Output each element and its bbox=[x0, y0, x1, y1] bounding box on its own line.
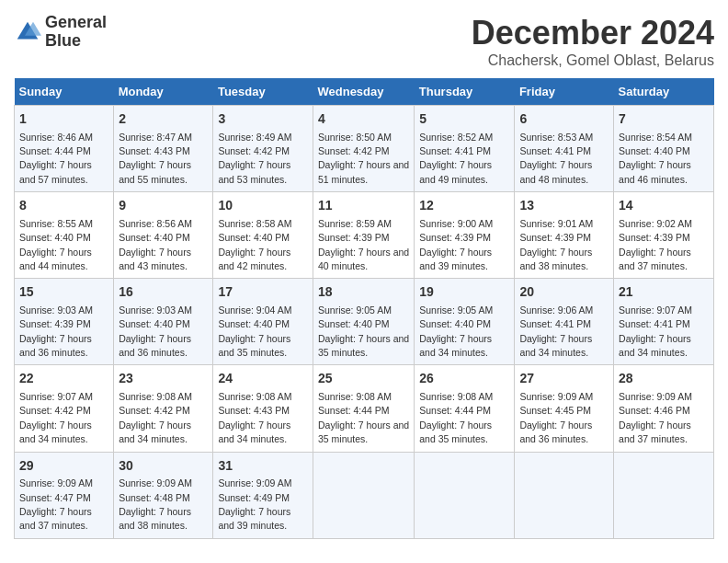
day-info: Sunrise: 8:56 AMSunset: 4:40 PMDaylight:… bbox=[119, 218, 192, 271]
day-number: 24 bbox=[218, 370, 308, 388]
day-cell: 24 Sunrise: 9:08 AMSunset: 4:43 PMDaylig… bbox=[213, 365, 313, 452]
day-number: 15 bbox=[19, 283, 108, 302]
day-cell: 28 Sunrise: 9:09 AMSunset: 4:46 PMDaylig… bbox=[614, 365, 714, 452]
day-info: Sunrise: 8:54 AMSunset: 4:40 PMDaylight:… bbox=[619, 132, 692, 185]
day-info: Sunrise: 9:02 AMSunset: 4:39 PMDaylight:… bbox=[619, 218, 692, 271]
day-info: Sunrise: 8:55 AMSunset: 4:40 PMDaylight:… bbox=[19, 218, 93, 271]
header-monday: Monday bbox=[114, 78, 213, 106]
day-number: 4 bbox=[318, 110, 409, 129]
day-cell: 31 Sunrise: 9:09 AMSunset: 4:49 PMDaylig… bbox=[213, 452, 313, 538]
day-number: 19 bbox=[419, 283, 509, 302]
logo-line2: Blue bbox=[45, 32, 107, 51]
calendar-table: SundayMondayTuesdayWednesdayThursdayFrid… bbox=[14, 78, 714, 539]
day-number: 16 bbox=[119, 283, 208, 302]
day-info: Sunrise: 8:50 AMSunset: 4:42 PMDaylight:… bbox=[318, 132, 409, 185]
day-cell: 3 Sunrise: 8:49 AMSunset: 4:42 PMDayligh… bbox=[213, 106, 313, 192]
day-cell bbox=[313, 452, 414, 538]
day-number: 10 bbox=[218, 197, 308, 215]
day-number: 14 bbox=[619, 197, 709, 215]
day-cell: 10 Sunrise: 8:58 AMSunset: 4:40 PMDaylig… bbox=[213, 192, 313, 279]
day-info: Sunrise: 9:03 AMSunset: 4:39 PMDaylight:… bbox=[19, 304, 93, 358]
page-header: General Blue December 2024 Chachersk, Go… bbox=[14, 14, 714, 69]
header-tuesday: Tuesday bbox=[213, 78, 313, 106]
day-cell: 18 Sunrise: 9:05 AMSunset: 4:40 PMDaylig… bbox=[313, 279, 414, 365]
day-info: Sunrise: 9:04 AMSunset: 4:40 PMDaylight:… bbox=[218, 304, 291, 358]
day-number: 11 bbox=[318, 197, 409, 215]
day-info: Sunrise: 8:49 AMSunset: 4:42 PMDaylight:… bbox=[218, 132, 291, 185]
day-number: 23 bbox=[119, 370, 208, 388]
week-row-2: 8 Sunrise: 8:55 AMSunset: 4:40 PMDayligh… bbox=[15, 192, 714, 279]
day-info: Sunrise: 9:09 AMSunset: 4:48 PMDaylight:… bbox=[119, 477, 192, 531]
day-cell: 13 Sunrise: 9:01 AMSunset: 4:39 PMDaylig… bbox=[515, 192, 614, 279]
day-cell: 4 Sunrise: 8:50 AMSunset: 4:42 PMDayligh… bbox=[313, 106, 414, 192]
day-cell: 16 Sunrise: 9:03 AMSunset: 4:40 PMDaylig… bbox=[114, 279, 213, 365]
day-cell: 23 Sunrise: 9:08 AMSunset: 4:42 PMDaylig… bbox=[114, 365, 213, 452]
day-number: 29 bbox=[19, 457, 108, 476]
day-number: 18 bbox=[318, 283, 409, 302]
day-cell: 20 Sunrise: 9:06 AMSunset: 4:41 PMDaylig… bbox=[515, 279, 614, 365]
calendar-header-row: SundayMondayTuesdayWednesdayThursdayFrid… bbox=[15, 78, 714, 106]
logo-icon bbox=[14, 18, 41, 46]
day-number: 26 bbox=[419, 370, 509, 388]
day-cell: 7 Sunrise: 8:54 AMSunset: 4:40 PMDayligh… bbox=[614, 106, 714, 192]
day-number: 30 bbox=[119, 457, 208, 476]
week-row-3: 15 Sunrise: 9:03 AMSunset: 4:39 PMDaylig… bbox=[15, 279, 714, 365]
day-number: 31 bbox=[218, 457, 308, 476]
day-cell bbox=[515, 452, 614, 538]
header-thursday: Thursday bbox=[415, 78, 515, 106]
day-number: 13 bbox=[519, 197, 609, 215]
header-friday: Friday bbox=[515, 78, 614, 106]
day-info: Sunrise: 9:08 AMSunset: 4:42 PMDaylight:… bbox=[119, 391, 192, 444]
day-cell: 1 Sunrise: 8:46 AMSunset: 4:44 PMDayligh… bbox=[15, 106, 114, 192]
day-cell: 15 Sunrise: 9:03 AMSunset: 4:39 PMDaylig… bbox=[15, 279, 114, 365]
month-title: December 2024 bbox=[472, 14, 714, 52]
day-number: 21 bbox=[619, 283, 709, 302]
title-block: December 2024 Chachersk, Gomel Oblast, B… bbox=[472, 14, 714, 69]
day-number: 1 bbox=[19, 110, 108, 129]
day-cell: 22 Sunrise: 9:07 AMSunset: 4:42 PMDaylig… bbox=[15, 365, 114, 452]
day-info: Sunrise: 9:03 AMSunset: 4:40 PMDaylight:… bbox=[119, 304, 192, 358]
day-cell bbox=[415, 452, 515, 538]
day-info: Sunrise: 9:07 AMSunset: 4:41 PMDaylight:… bbox=[619, 304, 692, 358]
day-cell: 6 Sunrise: 8:53 AMSunset: 4:41 PMDayligh… bbox=[515, 106, 614, 192]
week-row-4: 22 Sunrise: 9:07 AMSunset: 4:42 PMDaylig… bbox=[15, 365, 714, 452]
day-info: Sunrise: 9:08 AMSunset: 4:43 PMDaylight:… bbox=[218, 391, 291, 444]
day-info: Sunrise: 8:52 AMSunset: 4:41 PMDaylight:… bbox=[419, 132, 493, 185]
day-number: 6 bbox=[519, 110, 609, 129]
day-number: 22 bbox=[19, 370, 108, 388]
day-cell bbox=[614, 452, 714, 538]
location: Chachersk, Gomel Oblast, Belarus bbox=[472, 52, 714, 69]
day-number: 3 bbox=[218, 110, 308, 129]
day-info: Sunrise: 9:05 AMSunset: 4:40 PMDaylight:… bbox=[419, 304, 493, 358]
day-cell: 17 Sunrise: 9:04 AMSunset: 4:40 PMDaylig… bbox=[213, 279, 313, 365]
logo: General Blue bbox=[14, 14, 107, 51]
week-row-5: 29 Sunrise: 9:09 AMSunset: 4:47 PMDaylig… bbox=[15, 452, 714, 538]
header-sunday: Sunday bbox=[15, 78, 114, 106]
header-wednesday: Wednesday bbox=[313, 78, 414, 106]
week-row-1: 1 Sunrise: 8:46 AMSunset: 4:44 PMDayligh… bbox=[15, 106, 714, 192]
day-info: Sunrise: 9:09 AMSunset: 4:46 PMDaylight:… bbox=[619, 391, 692, 444]
day-number: 27 bbox=[519, 370, 609, 388]
day-info: Sunrise: 9:09 AMSunset: 4:49 PMDaylight:… bbox=[218, 477, 291, 531]
day-number: 25 bbox=[318, 370, 409, 388]
day-info: Sunrise: 8:58 AMSunset: 4:40 PMDaylight:… bbox=[218, 218, 291, 271]
day-info: Sunrise: 9:00 AMSunset: 4:39 PMDaylight:… bbox=[419, 218, 493, 271]
day-info: Sunrise: 9:06 AMSunset: 4:41 PMDaylight:… bbox=[519, 304, 593, 358]
day-info: Sunrise: 9:09 AMSunset: 4:45 PMDaylight:… bbox=[519, 391, 593, 444]
logo-line1: General bbox=[45, 14, 107, 32]
day-number: 7 bbox=[619, 110, 709, 129]
day-number: 2 bbox=[119, 110, 208, 129]
day-number: 28 bbox=[619, 370, 709, 388]
day-number: 9 bbox=[119, 197, 208, 215]
day-cell: 30 Sunrise: 9:09 AMSunset: 4:48 PMDaylig… bbox=[114, 452, 213, 538]
day-cell: 2 Sunrise: 8:47 AMSunset: 4:43 PMDayligh… bbox=[114, 106, 213, 192]
day-cell: 12 Sunrise: 9:00 AMSunset: 4:39 PMDaylig… bbox=[415, 192, 515, 279]
day-cell: 9 Sunrise: 8:56 AMSunset: 4:40 PMDayligh… bbox=[114, 192, 213, 279]
day-cell: 5 Sunrise: 8:52 AMSunset: 4:41 PMDayligh… bbox=[415, 106, 515, 192]
header-saturday: Saturday bbox=[614, 78, 714, 106]
day-number: 8 bbox=[19, 197, 108, 215]
day-number: 5 bbox=[419, 110, 509, 129]
logo-text: General Blue bbox=[45, 14, 107, 51]
day-info: Sunrise: 9:01 AMSunset: 4:39 PMDaylight:… bbox=[519, 218, 593, 271]
day-info: Sunrise: 9:07 AMSunset: 4:42 PMDaylight:… bbox=[19, 391, 93, 444]
